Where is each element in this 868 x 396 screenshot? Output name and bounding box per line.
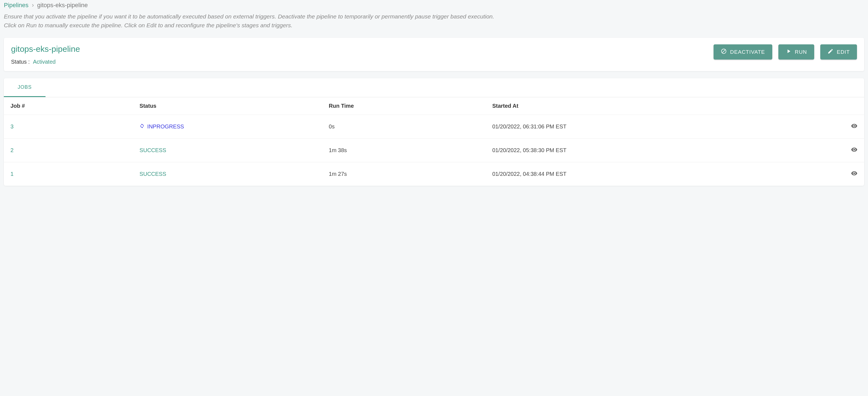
table-row: 1 SUCCESS 1m 27s 01/20/2022, 04:38:44 PM…	[4, 162, 864, 186]
eye-icon	[851, 146, 858, 154]
view-job-button[interactable]	[851, 146, 858, 154]
view-job-button[interactable]	[851, 170, 858, 178]
deactivate-icon	[721, 48, 727, 56]
tab-jobs[interactable]: JOBS	[4, 78, 45, 97]
table-row: 3 INPROGRESS 0s 01/20/2022, 06:31:06 PM …	[4, 115, 864, 139]
run-button[interactable]: RUN	[778, 44, 814, 60]
job-number-link[interactable]: 1	[10, 171, 13, 177]
status-label: Status :	[11, 59, 30, 65]
run-button-label: RUN	[795, 49, 807, 55]
column-header-started: Started At	[486, 97, 812, 115]
deactivate-button-label: DEACTIVATE	[730, 49, 765, 55]
status-badge-success: SUCCESS	[140, 147, 166, 153]
deactivate-button[interactable]: DEACTIVATE	[714, 44, 772, 60]
card-header-left: gitops-eks-pipeline Status : Activated	[11, 44, 80, 65]
view-job-button[interactable]	[851, 123, 858, 131]
sync-icon	[140, 124, 145, 130]
card-header: gitops-eks-pipeline Status : Activated D…	[11, 44, 857, 65]
runtime-cell: 1m 38s	[322, 139, 486, 162]
table-header-row: Job # Status Run Time Started At	[4, 97, 864, 115]
column-header-action	[812, 97, 864, 115]
column-header-status: Status	[133, 97, 322, 115]
pipeline-header-card: gitops-eks-pipeline Status : Activated D…	[4, 38, 864, 71]
play-icon	[785, 48, 792, 56]
action-buttons: DEACTIVATE RUN EDIT	[714, 44, 857, 60]
started-cell: 01/20/2022, 05:38:30 PM EST	[486, 139, 812, 162]
status-badge-inprogress: INPROGRESS	[140, 124, 184, 130]
pipeline-title: gitops-eks-pipeline	[11, 44, 80, 54]
tabs-header: JOBS	[4, 78, 864, 97]
table-row: 2 SUCCESS 1m 38s 01/20/2022, 05:38:30 PM…	[4, 139, 864, 162]
help-text: Ensure that you activate the pipeline if…	[4, 12, 864, 30]
breadcrumb: Pipelines › gitops-eks-pipeline	[4, 0, 864, 12]
edit-button-label: EDIT	[837, 49, 850, 55]
eye-icon	[851, 170, 858, 178]
breadcrumb-root-link[interactable]: Pipelines	[4, 2, 28, 8]
status-line: Status : Activated	[11, 59, 80, 65]
started-cell: 01/20/2022, 06:31:06 PM EST	[486, 115, 812, 139]
status-text: INPROGRESS	[147, 124, 184, 130]
help-text-line-1: Ensure that you activate the pipeline if…	[4, 12, 864, 21]
status-badge-success: SUCCESS	[140, 171, 166, 177]
jobs-table: Job # Status Run Time Started At 3 INPRO…	[4, 97, 864, 186]
breadcrumb-current: gitops-eks-pipeline	[37, 2, 88, 8]
breadcrumb-separator: ›	[32, 2, 34, 8]
column-header-job: Job #	[4, 97, 133, 115]
runtime-cell: 1m 27s	[322, 162, 486, 186]
help-text-line-2: Click on Run to manually execute the pip…	[4, 21, 864, 30]
edit-button[interactable]: EDIT	[820, 44, 857, 60]
status-value: Activated	[33, 59, 56, 65]
jobs-card: JOBS Job # Status Run Time Started At 3	[4, 78, 864, 186]
job-number-link[interactable]: 3	[10, 124, 13, 130]
job-number-link[interactable]: 2	[10, 147, 13, 153]
eye-icon	[851, 123, 858, 131]
started-cell: 01/20/2022, 04:38:44 PM EST	[486, 162, 812, 186]
runtime-cell: 0s	[322, 115, 486, 139]
edit-icon	[828, 48, 834, 56]
column-header-runtime: Run Time	[322, 97, 486, 115]
